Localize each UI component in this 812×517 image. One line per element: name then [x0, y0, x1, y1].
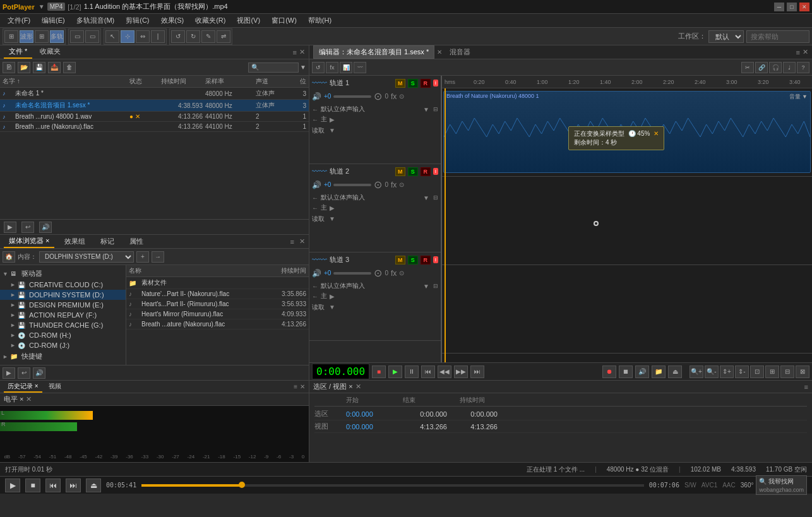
fl-row-3[interactable]: ♪ Breath ...ature (Nakoruru).flac 4:13.2…: [126, 319, 309, 330]
tab-markers[interactable]: 标记: [95, 235, 119, 247]
marker-tool[interactable]: |: [151, 30, 165, 43]
track-3-send-select[interactable]: ▶: [330, 293, 335, 300]
tree-item-f[interactable]: ► 💾 ACTION REPLAY (F:): [0, 310, 126, 320]
track-3-input-arrow[interactable]: ←: [312, 283, 318, 290]
media-play-btn[interactable]: ▶: [3, 367, 15, 379]
pause-btn[interactable]: ⏸: [405, 365, 419, 378]
media-loop-btn[interactable]: ↩: [18, 367, 30, 379]
media-add-btn[interactable]: +: [136, 251, 149, 263]
maximize-button[interactable]: □: [787, 3, 797, 11]
track-2-solo-btn[interactable]: S: [408, 167, 418, 176]
track-1-rec-btn[interactable]: R: [421, 79, 431, 88]
rewind-btn[interactable]: ◀◀: [438, 365, 451, 378]
zoom-out-h-btn[interactable]: 🔍-: [705, 365, 719, 378]
track-3-send-arrow[interactable]: ←: [312, 293, 318, 300]
editor-panel-close-icon[interactable]: ✕: [803, 48, 808, 56]
eject-btn[interactable]: ⏏: [668, 365, 682, 378]
track-3-mute-btn[interactable]: M: [395, 256, 405, 264]
close-button[interactable]: ✕: [799, 3, 809, 11]
panel-menu-icon[interactable]: ≡: [293, 49, 297, 56]
file-row-2[interactable]: ♪ Breath ...ruru) 48000 1.wav ● ✕ 4:13.2…: [0, 112, 309, 122]
tl-metronome-btn[interactable]: ♩: [783, 62, 796, 73]
track-2-input-arrow[interactable]: ←: [312, 194, 318, 201]
tab-effects-group[interactable]: 效果组: [59, 235, 90, 247]
tl-key-btn[interactable]: ?: [797, 62, 809, 73]
track-2-rec-btn[interactable]: R: [421, 167, 431, 176]
cursor-tool[interactable]: ↖: [105, 30, 119, 43]
tab-properties[interactable]: 属性: [124, 235, 148, 247]
track-3-pan-knob[interactable]: ⊙: [374, 267, 382, 279]
track-1-solo-btn[interactable]: S: [408, 79, 418, 88]
track-2-mute-btn[interactable]: M: [395, 167, 405, 176]
menu-clip[interactable]: 剪辑(C): [121, 15, 154, 27]
content-drive-select[interactable]: DOLPHIN SYSTEM (D:): [39, 251, 134, 263]
tab-files[interactable]: 文件 *: [4, 45, 32, 59]
fast-forward-btn[interactable]: ▶▶: [454, 365, 468, 378]
media-nav-btn[interactable]: →: [152, 251, 164, 263]
loop-btn[interactable]: ↩: [21, 222, 34, 233]
search-input[interactable]: [746, 30, 809, 43]
clip-1-volume-btn[interactable]: 音量 ▼: [789, 93, 808, 101]
mixer-tab[interactable]: 混音器: [445, 46, 475, 58]
menu-view[interactable]: 视图(V): [232, 15, 265, 27]
waveform-btn[interactable]: 波形: [20, 30, 33, 43]
tab-favorites[interactable]: 收藏夹: [35, 45, 66, 59]
transport-vol-btn[interactable]: 🔊: [635, 365, 649, 378]
track-1-fx-icon[interactable]: fx: [391, 92, 397, 101]
fl-row-1[interactable]: ♪ Heart's...Part II- (Rimururu).flac 3:5…: [126, 299, 309, 309]
progress-bar[interactable]: [141, 484, 644, 487]
track-2-read-dropdown[interactable]: ▼: [329, 215, 335, 222]
track-1-send-select[interactable]: ▶: [330, 116, 335, 123]
editor-panel-menu-icon[interactable]: ≡: [796, 49, 800, 56]
zoom-all-btn[interactable]: ⊞: [765, 365, 779, 378]
editor-tab-close-icon[interactable]: ✕: [437, 49, 442, 56]
media-panel-menu-icon[interactable]: ≡: [290, 238, 294, 246]
mode1-btn[interactable]: ▭: [70, 30, 84, 43]
wobangzhao-btn[interactable]: 🔍 我帮找网wobangzhao.com: [756, 475, 807, 495]
track-3-fx-icon[interactable]: fx: [391, 269, 397, 278]
media-vol-btn[interactable]: 🔊: [33, 367, 45, 379]
play-btn[interactable]: ▶: [388, 365, 402, 378]
panel-close-icon[interactable]: ✕: [299, 48, 305, 56]
tree-item-g[interactable]: ► 💾 THUNDER CACHE (G:): [0, 320, 126, 330]
mode2-btn[interactable]: ▭: [85, 30, 99, 43]
fl-row-folder[interactable]: 📁 素材文件: [126, 277, 309, 289]
tl-waveform-btn[interactable]: 〰: [354, 62, 366, 73]
tl-link-btn[interactable]: 🔗: [755, 62, 768, 73]
track-3-read-dropdown[interactable]: ▼: [329, 304, 335, 311]
goto-start-btn[interactable]: ⏮: [421, 365, 435, 378]
save-file-btn[interactable]: 💾: [33, 62, 45, 73]
sel-panel-menu-icon[interactable]: ≡: [804, 383, 808, 391]
track-2-pan-knob[interactable]: ⊙: [374, 179, 382, 191]
menu-file[interactable]: 文件(F): [3, 15, 35, 27]
stop-btn[interactable]: ■: [372, 365, 386, 378]
tab-history[interactable]: 历史记录 ×: [4, 381, 42, 393]
track-3-waveform-lane[interactable]: [442, 265, 812, 354]
menu-effects[interactable]: 效果(S): [156, 15, 189, 27]
minimize-button[interactable]: ─: [774, 3, 784, 11]
tl-meter-btn[interactable]: 📊: [340, 62, 352, 73]
pb-prev-btn[interactable]: ⏮: [45, 478, 61, 492]
tree-item-c[interactable]: ► 💾 CREATIVE CLOUD (C:): [0, 280, 126, 290]
pencil-tool[interactable]: ✎: [201, 30, 215, 43]
app-dropdown-icon[interactable]: ▼: [39, 3, 45, 10]
tree-item-e[interactable]: ► 💾 DESIGN PREMIUM (E:): [0, 300, 126, 310]
tl-snap-btn[interactable]: ✂: [741, 62, 754, 73]
search-dropdown-icon[interactable]: ▼: [300, 64, 306, 71]
history-panel-close-icon[interactable]: ✕: [300, 383, 305, 390]
tl-headphones-btn[interactable]: 🎧: [769, 62, 782, 73]
mix-tool[interactable]: ⇌: [217, 30, 230, 43]
pb-eject-btn[interactable]: ⏏: [86, 478, 101, 492]
tab-video[interactable]: 视频: [45, 381, 65, 393]
delete-btn[interactable]: 🗑: [63, 62, 76, 73]
zoom-in-h-btn[interactable]: 🔍+: [690, 365, 703, 378]
tree-item-h[interactable]: ► 💿 CD-ROM (H:): [0, 330, 126, 340]
track-2-send-select[interactable]: ▶: [330, 205, 335, 211]
tree-item-d[interactable]: ► 💾 DOLPHIN SYSTEM (D:): [0, 290, 126, 300]
volume-btn[interactable]: 🔊: [39, 222, 52, 233]
open-file-btn[interactable]: 📂: [18, 62, 30, 73]
import-file-btn[interactable]: 📁: [652, 365, 666, 378]
editor-tab[interactable]: 编辑器：未命名名混音项目 1.sesx *: [313, 45, 434, 59]
record-btn[interactable]: ⏺: [602, 365, 616, 378]
redo-btn[interactable]: ↻: [186, 30, 200, 43]
